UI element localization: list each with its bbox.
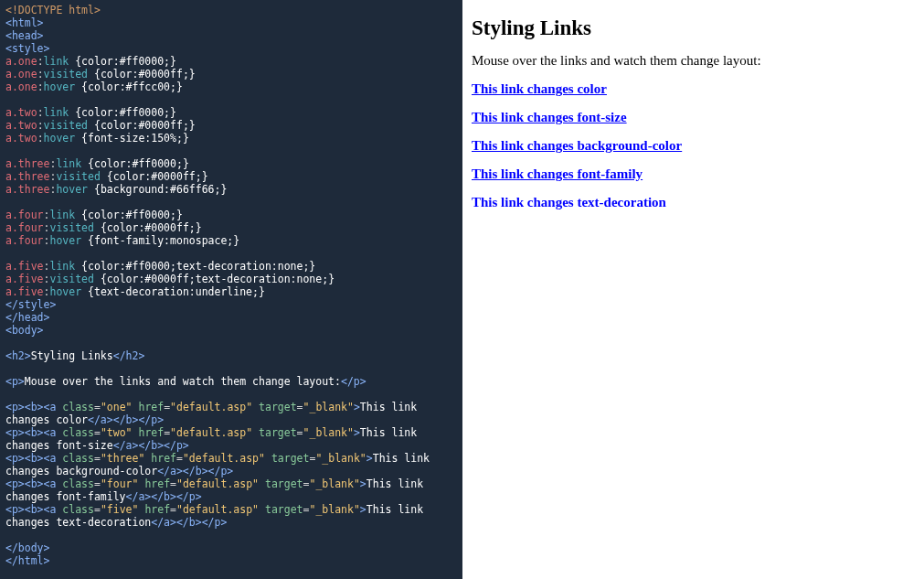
code-attr: target bbox=[271, 452, 310, 465]
code-value: "four" bbox=[101, 477, 139, 490]
css-selector: a.one bbox=[5, 68, 37, 80]
code-attr: href bbox=[138, 401, 164, 413]
code-value: "_blank" bbox=[303, 426, 354, 439]
css-rule: {color:#ff0000;text-decoration:none;} bbox=[75, 260, 315, 273]
preview-pane: Styling Links Mouse over the links and w… bbox=[462, 0, 924, 579]
code-text: This link bbox=[360, 426, 417, 439]
code-text: changes background-color bbox=[5, 465, 157, 477]
code-tag: </a></b></p> bbox=[88, 413, 164, 426]
link-changes-font-family[interactable]: This link changes font-family bbox=[472, 166, 643, 181]
css-rule: {text-decoration:underline;} bbox=[81, 285, 265, 298]
css-rule: {color:#0000ff;} bbox=[88, 119, 196, 132]
code-tag: <p><b><a bbox=[5, 426, 56, 439]
code-attr: href bbox=[138, 426, 164, 439]
code-attr: href bbox=[151, 452, 176, 465]
css-pseudo: visited bbox=[56, 170, 100, 183]
code-editor[interactable]: <!DOCTYPE html> <html> <head> <style> a.… bbox=[0, 0, 462, 579]
code-tag: </h2> bbox=[113, 349, 145, 362]
css-selector: a.two bbox=[5, 132, 37, 145]
code-value: "default.asp" bbox=[176, 477, 259, 490]
css-selector: a.three bbox=[5, 183, 49, 196]
css-rule: {color:#ff0000;} bbox=[75, 209, 183, 221]
code-attr: href bbox=[144, 477, 170, 490]
code-attr: href bbox=[144, 503, 170, 516]
code-tag: </a></b></p> bbox=[113, 439, 189, 452]
code-text: This link bbox=[360, 401, 417, 413]
css-selector: a.three bbox=[5, 157, 49, 170]
code-tag: <p><b><a bbox=[5, 477, 56, 490]
code-attr: class bbox=[62, 503, 94, 516]
code-text: changes font-family bbox=[5, 490, 126, 503]
intro-text: Mouse over the links and watch them chan… bbox=[472, 53, 915, 69]
code-attr: class bbox=[62, 452, 94, 465]
css-rule: {font-size:150%;} bbox=[75, 132, 189, 145]
css-selector: a.five bbox=[5, 273, 44, 285]
css-pseudo: link bbox=[44, 106, 69, 119]
css-rule: {color:#0000ff;} bbox=[101, 170, 208, 183]
code-value: "_blank" bbox=[303, 401, 354, 413]
code-value: "three" bbox=[101, 452, 144, 465]
code-text: Styling Links bbox=[31, 349, 113, 362]
css-pseudo: visited bbox=[49, 273, 93, 285]
code-text: changes font-size bbox=[5, 439, 113, 452]
code-line: <head> bbox=[5, 29, 44, 42]
code-line: <style> bbox=[5, 42, 49, 55]
code-tag: <p><b><a bbox=[5, 503, 56, 516]
code-attr: target bbox=[265, 477, 303, 490]
css-rule: {color:#0000ff;text-decoration:none;} bbox=[94, 273, 335, 285]
code-attr: target bbox=[259, 401, 297, 413]
code-tag: </a></b></p> bbox=[157, 465, 233, 477]
code-line: </body> bbox=[5, 541, 49, 554]
css-rule: {color:#0000ff;} bbox=[88, 68, 196, 80]
code-attr: target bbox=[259, 426, 297, 439]
css-pseudo: hover bbox=[44, 132, 76, 145]
link-changes-color[interactable]: This link changes color bbox=[472, 81, 607, 96]
css-pseudo: link bbox=[49, 260, 75, 273]
css-pseudo: hover bbox=[49, 285, 81, 298]
css-selector: a.three bbox=[5, 170, 49, 183]
code-tag: <p><b><a bbox=[5, 452, 56, 465]
link-changes-text-decoration[interactable]: This link changes text-decoration bbox=[472, 195, 666, 209]
code-line: </style> bbox=[5, 298, 56, 311]
code-attr: class bbox=[62, 477, 94, 490]
css-selector: a.four bbox=[5, 234, 44, 247]
code-tag: </a></b></p> bbox=[126, 490, 202, 503]
css-selector: a.four bbox=[5, 209, 44, 221]
code-text: This link bbox=[373, 452, 430, 465]
css-selector: a.two bbox=[5, 119, 37, 132]
css-rule: {color:#ff0000;} bbox=[69, 106, 176, 119]
css-rule: {color:#ffcc00;} bbox=[75, 80, 183, 93]
code-tag: <p> bbox=[5, 375, 25, 388]
code-value: "one" bbox=[101, 401, 133, 413]
css-rule: {background:#66ff66;} bbox=[88, 183, 227, 196]
css-pseudo: visited bbox=[49, 221, 93, 234]
code-tag: <p><b><a bbox=[5, 401, 56, 413]
code-line: <html> bbox=[5, 16, 44, 29]
page-title: Styling Links bbox=[472, 16, 915, 40]
link-changes-font-size[interactable]: This link changes font-size bbox=[472, 110, 627, 124]
css-pseudo: hover bbox=[49, 234, 81, 247]
css-pseudo: link bbox=[44, 55, 69, 68]
code-attr: target bbox=[265, 503, 303, 516]
css-pseudo: link bbox=[49, 209, 75, 221]
css-pseudo: visited bbox=[44, 119, 88, 132]
css-pseudo: link bbox=[56, 157, 81, 170]
code-value: "two" bbox=[101, 426, 133, 439]
code-tag: </p> bbox=[341, 375, 366, 388]
css-selector: a.five bbox=[5, 260, 44, 273]
code-text: changes color bbox=[5, 413, 88, 426]
code-line: </head> bbox=[5, 311, 49, 324]
css-selector: a.four bbox=[5, 221, 44, 234]
css-rule: {color:#ff0000;} bbox=[69, 55, 176, 68]
code-text: This link bbox=[366, 503, 423, 516]
css-rule: {color:#0000ff;} bbox=[94, 221, 202, 234]
code-text: changes text-decoration bbox=[5, 516, 151, 529]
css-pseudo: visited bbox=[44, 68, 88, 80]
code-line: </html> bbox=[5, 554, 49, 567]
link-changes-background-color[interactable]: This link changes background-color bbox=[472, 138, 682, 153]
css-selector: a.one bbox=[5, 80, 37, 93]
css-selector: a.five bbox=[5, 285, 44, 298]
code-attr: class bbox=[62, 401, 94, 413]
css-rule: {font-family:monospace;} bbox=[81, 234, 239, 247]
code-line: <!DOCTYPE html> bbox=[5, 4, 101, 16]
